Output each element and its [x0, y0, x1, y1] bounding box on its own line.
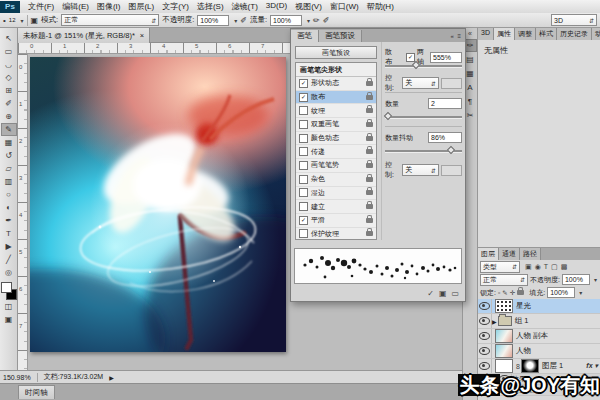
menu-item-1[interactable]: 编辑(E) [58, 1, 93, 12]
pressure-opacity-icon[interactable]: ✐ [240, 16, 247, 25]
filter-type-icon[interactable]: T [544, 263, 548, 271]
color-swatches[interactable] [1, 282, 17, 300]
brush-tip-shape-item[interactable]: 画笔笔尖形状 [296, 63, 376, 77]
checkbox-传递[interactable] [299, 147, 308, 156]
zoom-level[interactable]: 150.98% [3, 374, 31, 381]
lock-icon[interactable] [366, 95, 373, 100]
menu-item-9[interactable]: 窗口(W) [326, 1, 363, 12]
status-arrow-icon[interactable]: ▶ [109, 374, 114, 381]
checkbox-杂色[interactable] [299, 175, 308, 184]
brush-option-建立[interactable]: 建立 [296, 200, 376, 214]
brush-option-保护纹理[interactable]: 保护纹理 [296, 228, 376, 240]
lock-transparent-icon[interactable]: ▫ [498, 289, 500, 296]
screen-mode-button[interactable]: ▣ [1, 313, 17, 326]
eyedropper-tool[interactable]: ✐ [1, 97, 17, 110]
opacity-caret-icon[interactable]: ▾ [234, 17, 237, 24]
visibility-eye-icon[interactable] [479, 362, 490, 370]
tab-通道[interactable]: 通道 [499, 248, 520, 260]
lock-preview-icon[interactable]: ✓ [427, 289, 434, 298]
brush-size-value[interactable]: 12 [9, 17, 16, 23]
lock-paint-icon[interactable]: ✎ [502, 289, 507, 297]
fx-icon[interactable]: fx ▾ [586, 362, 600, 370]
lock-icon[interactable] [366, 163, 373, 168]
brush-option-传递[interactable]: 传递 [296, 145, 376, 159]
lasso-tool[interactable]: ◡ [1, 58, 17, 71]
visibility-eye-icon[interactable] [479, 332, 490, 340]
tab-图层[interactable]: 图层 [478, 248, 499, 260]
menu-item-10[interactable]: 帮助(H) [363, 1, 398, 12]
brush-option-散布[interactable]: ✓散布 [296, 91, 376, 105]
flow-input[interactable]: 100% [270, 15, 302, 26]
checkbox-形状动态[interactable]: ✓ [299, 79, 308, 88]
brush-tab-画笔[interactable]: 画笔 [291, 30, 319, 42]
layer-thumbnail[interactable] [495, 359, 513, 373]
eraser-tool[interactable]: ▱ [1, 162, 17, 175]
filter-shape-icon[interactable]: ▢ [551, 263, 558, 271]
layer-thumbnail[interactable] [495, 299, 513, 313]
lock-icon[interactable] [366, 204, 373, 209]
scatter-value-input[interactable]: 555% [430, 52, 462, 63]
blur-tool[interactable]: ○ [1, 188, 17, 201]
lock-icon[interactable] [366, 177, 373, 182]
layer-row-人物[interactable]: 人物 [478, 344, 600, 359]
checkbox-颜色动态[interactable] [299, 134, 308, 143]
quick-mask-button[interactable]: ◫ [1, 300, 17, 313]
lock-icon[interactable] [366, 231, 373, 236]
canvas-image[interactable] [30, 57, 286, 352]
dodge-tool[interactable]: ◐ [1, 201, 17, 214]
control-select[interactable]: 关⇵ [402, 77, 439, 89]
layer-fill-caret-icon[interactable]: ▾ [579, 289, 582, 296]
delete-brush-icon[interactable]: ▭ [451, 289, 459, 298]
tab-样式[interactable]: 样式 [536, 28, 557, 40]
toggle-brush-panel-icon[interactable]: ▣ [31, 16, 39, 25]
tab-属性[interactable]: 属性 [494, 28, 515, 40]
tab-历史记录[interactable]: 历史记录 [557, 28, 592, 40]
layer-row-组 1[interactable]: ▶组 1 [478, 314, 600, 329]
layer-opacity-caret-icon[interactable]: ▾ [594, 276, 597, 283]
brush-option-双重画笔[interactable]: 双重画笔 [296, 118, 376, 132]
menu-item-3[interactable]: 图层(L) [124, 1, 158, 12]
move-tool[interactable]: ↖ [1, 32, 17, 45]
lock-icon[interactable] [366, 190, 373, 195]
layer-thumbnail[interactable] [495, 329, 513, 343]
airbrush-icon[interactable]: ✏ [313, 16, 320, 25]
brush-tool[interactable]: ✎ [1, 123, 17, 136]
tab-调整[interactable]: 调整 [515, 28, 536, 40]
layer-fill-input[interactable]: 100% [547, 287, 575, 298]
checkbox-平滑[interactable]: ✓ [299, 216, 308, 225]
brush-option-湿边[interactable]: 湿边 [296, 187, 376, 201]
workspace-select[interactable]: 3D⇵ [551, 14, 597, 26]
layer-opacity-input[interactable]: 100% [562, 274, 590, 285]
brush-preset-icon[interactable]: • [3, 16, 6, 25]
visibility-eye-icon[interactable] [479, 302, 490, 310]
flow-caret-icon[interactable]: ▾ [307, 17, 310, 24]
brush-option-画笔笔势[interactable]: 画笔笔势 [296, 159, 376, 173]
brush-preset-caret-icon[interactable]: ▾ [21, 17, 24, 24]
path-selection-tool[interactable]: ▶ [1, 240, 17, 253]
new-brush-icon[interactable]: ▣ [439, 289, 447, 298]
quick-selection-tool[interactable]: ◇ [1, 71, 17, 84]
checkbox-保护纹理[interactable] [299, 229, 308, 238]
menu-item-2[interactable]: 图像(I) [93, 1, 125, 12]
lock-move-icon[interactable]: ✛ [510, 289, 515, 297]
tab-3D[interactable]: 3D [478, 28, 494, 40]
gradient-tool[interactable]: ▥ [1, 175, 17, 188]
lock-icon[interactable] [366, 149, 373, 154]
lock-icon[interactable] [366, 218, 373, 223]
lock-icon[interactable] [366, 108, 373, 113]
visibility-eye-icon[interactable] [479, 317, 490, 325]
layer-thumbnail[interactable] [495, 344, 513, 358]
count-input[interactable]: 2 [428, 98, 462, 109]
brush-tab-画笔预设[interactable]: 画笔预设 [319, 30, 362, 42]
brush-option-形状动态[interactable]: ✓形状动态 [296, 77, 376, 91]
tab-路径[interactable]: 路径 [520, 248, 541, 260]
foreground-color-swatch[interactable] [1, 282, 12, 293]
panel-menu-icon[interactable]: « ≡ [450, 33, 465, 39]
count-jitter-slider[interactable] [385, 147, 462, 154]
document-tab[interactable]: 未标题-1 @ 151% (星光, RGB/8)* × [18, 28, 150, 43]
mode-select[interactable]: 正常⇵ [61, 14, 159, 26]
menu-item-0[interactable]: 文件(F) [24, 1, 58, 12]
checkbox-散布[interactable]: ✓ [299, 93, 308, 102]
brush-option-杂色[interactable]: 杂色 [296, 173, 376, 187]
filter-image-icon[interactable]: ▣ [525, 263, 532, 271]
